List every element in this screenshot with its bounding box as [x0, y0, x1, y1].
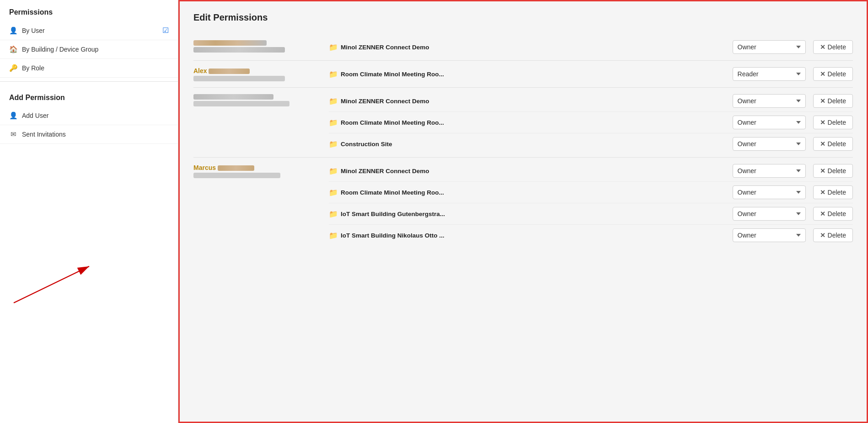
- user-group: Alex 📁 Room Climate Minol Meeting Roo...…: [193, 61, 853, 88]
- role-select[interactable]: OwnerReaderEditor: [733, 228, 806, 242]
- resource-row: 📁 Minol ZENNER Connect Demo OwnerReaderE…: [329, 160, 853, 182]
- resource-label: Construction Site: [341, 141, 392, 148]
- blurred-email: [193, 76, 285, 81]
- folder-icon: 📁: [329, 118, 338, 127]
- delete-button[interactable]: ✕ Delete: [813, 137, 853, 151]
- delete-button[interactable]: ✕ Delete: [813, 185, 853, 199]
- resources-list: 📁 Room Climate Minol Meeting Roo... Read…: [329, 63, 853, 85]
- delete-button[interactable]: ✕ Delete: [813, 40, 853, 54]
- permissions-table: 📁 Minol ZENNER Connect Demo OwnerReaderE…: [193, 34, 853, 249]
- sidebar-item-by-role[interactable]: 🔑 By Role: [0, 59, 178, 78]
- check-icon: ☑: [162, 26, 169, 35]
- resource-row: 📁 Room Climate Minol Meeting Roo... Owne…: [329, 112, 853, 133]
- svg-line-1: [14, 266, 89, 303]
- blurred-email: [193, 173, 280, 178]
- role-select[interactable]: OwnerReaderEditor: [733, 137, 806, 151]
- resource-name: 📁 Minol ZENNER Connect Demo: [329, 97, 725, 106]
- resource-row: 📁 IoT Smart Building Nikolaus Otto ... O…: [329, 225, 853, 246]
- role-select[interactable]: OwnerReaderEditor: [733, 207, 806, 221]
- user-group: 📁 Minol ZENNER Connect Demo OwnerReaderE…: [193, 34, 853, 61]
- role-select[interactable]: OwnerReaderEditor: [733, 40, 806, 54]
- resource-label: Minol ZENNER Connect Demo: [341, 44, 429, 51]
- resource-label: Room Climate Minol Meeting Roo...: [341, 71, 444, 78]
- permissions-section-title: Permissions: [0, 0, 178, 21]
- role-select[interactable]: OwnerReaderEditor: [733, 116, 806, 129]
- delete-button[interactable]: ✕ Delete: [813, 164, 853, 178]
- resource-row: 📁 Minol ZENNER Connect Demo OwnerReaderE…: [329, 37, 853, 58]
- resource-label: Minol ZENNER Connect Demo: [341, 98, 429, 105]
- blurred-name: [193, 94, 273, 100]
- role-select[interactable]: OwnerReaderEditor: [733, 164, 806, 178]
- folder-icon: 📁: [329, 43, 338, 52]
- folder-icon: 📁: [329, 140, 338, 148]
- resource-label: IoT Smart Building Gutenbergstra...: [341, 211, 445, 217]
- folder-icon: 📁: [329, 188, 338, 197]
- delete-label: Delete: [828, 189, 846, 196]
- person-add-icon: 👤: [9, 111, 17, 120]
- user-info: Alex: [193, 63, 321, 83]
- delete-label: Delete: [828, 97, 846, 105]
- sidebar-item-add-user[interactable]: 👤 Add User: [0, 106, 178, 125]
- resource-label: Room Climate Minol Meeting Roo...: [341, 119, 444, 126]
- resource-name: 📁 Construction Site: [329, 140, 725, 148]
- resource-name: 📁 Minol ZENNER Connect Demo: [329, 167, 725, 175]
- person-icon: 👤: [9, 26, 17, 35]
- x-icon: ✕: [820, 43, 825, 51]
- x-icon: ✕: [820, 119, 825, 126]
- blurred-name: [193, 40, 267, 46]
- delete-button[interactable]: ✕ Delete: [813, 94, 853, 108]
- resource-row: 📁 Minol ZENNER Connect Demo OwnerReaderE…: [329, 90, 853, 112]
- delete-button[interactable]: ✕ Delete: [813, 67, 853, 81]
- resource-row: 📁 Construction Site OwnerReaderEditor ✕ …: [329, 133, 853, 154]
- user-info: [193, 37, 321, 54]
- role-select[interactable]: OwnerReaderEditor: [733, 185, 806, 199]
- main-content: Edit Permissions 📁 Minol ZENNER Connect …: [178, 0, 868, 423]
- sidebar-item-label: By Building / Device Group: [22, 46, 169, 53]
- sidebar-item-by-building[interactable]: 🏠 By Building / Device Group: [0, 40, 178, 59]
- resource-label: Room Climate Minol Meeting Roo...: [341, 189, 444, 196]
- sidebar-item-label: By Role: [22, 64, 169, 72]
- x-icon: ✕: [820, 189, 825, 196]
- role-select[interactable]: OwnerReaderEditor: [733, 94, 806, 108]
- resources-list: 📁 Minol ZENNER Connect Demo OwnerReaderE…: [329, 90, 853, 154]
- resource-name: 📁 IoT Smart Building Gutenbergstra...: [329, 210, 725, 218]
- sidebar-item-sent-invitations[interactable]: ✉ Sent Invitations: [0, 125, 178, 144]
- x-icon: ✕: [820, 167, 825, 174]
- envelope-icon: ✉: [9, 130, 17, 138]
- resource-name: 📁 Minol ZENNER Connect Demo: [329, 43, 725, 52]
- user-group: 📁 Minol ZENNER Connect Demo OwnerReaderE…: [193, 88, 853, 158]
- resource-name: 📁 Room Climate Minol Meeting Roo...: [329, 188, 725, 197]
- x-icon: ✕: [820, 70, 825, 78]
- page-title: Edit Permissions: [193, 12, 853, 23]
- sidebar-item-label: By User: [22, 27, 158, 34]
- delete-label: Delete: [828, 140, 846, 148]
- delete-label: Delete: [828, 167, 846, 174]
- resource-row: 📁 IoT Smart Building Gutenbergstra... Ow…: [329, 203, 853, 225]
- delete-label: Delete: [828, 119, 846, 126]
- folder-icon: 📁: [329, 70, 338, 79]
- delete-label: Delete: [828, 70, 846, 78]
- delete-label: Delete: [828, 232, 846, 239]
- x-icon: ✕: [820, 97, 825, 105]
- delete-button[interactable]: ✕ Delete: [813, 207, 853, 221]
- delete-button[interactable]: ✕ Delete: [813, 228, 853, 242]
- delete-label: Delete: [828, 43, 846, 51]
- role-select[interactable]: ReaderOwnerEditor: [733, 67, 806, 81]
- home-icon: 🏠: [9, 45, 17, 53]
- delete-label: Delete: [828, 210, 846, 217]
- sidebar-item-by-user[interactable]: 👤 By User ☑: [0, 21, 178, 40]
- sidebar-item-label: Add User: [22, 112, 169, 119]
- blurred-email: [193, 101, 289, 106]
- resource-name: 📁 Room Climate Minol Meeting Roo...: [329, 118, 725, 127]
- resource-row: 📁 Room Climate Minol Meeting Roo... Owne…: [329, 182, 853, 203]
- resources-list: 📁 Minol ZENNER Connect Demo OwnerReaderE…: [329, 37, 853, 58]
- delete-button[interactable]: ✕ Delete: [813, 116, 853, 129]
- resources-list: 📁 Minol ZENNER Connect Demo OwnerReaderE…: [329, 160, 853, 246]
- folder-icon: 📁: [329, 231, 338, 240]
- key-icon: 🔑: [9, 64, 17, 72]
- folder-icon: 📁: [329, 97, 338, 106]
- resource-row: 📁 Room Climate Minol Meeting Roo... Read…: [329, 63, 853, 85]
- user-info: Marcus: [193, 160, 321, 180]
- x-icon: ✕: [820, 210, 825, 217]
- blurred-email: [193, 47, 285, 53]
